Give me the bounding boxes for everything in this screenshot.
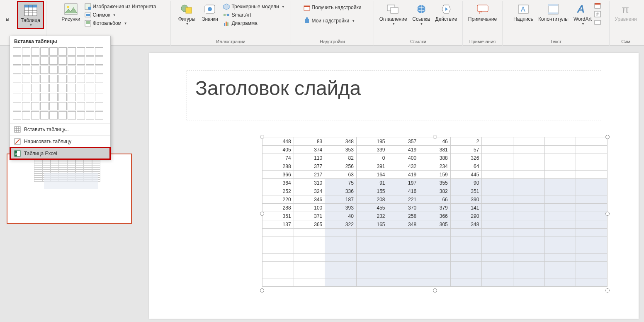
grid-cell[interactable] [49,84,58,92]
grid-cell[interactable] [13,56,21,65]
table-cell[interactable] [388,245,419,254]
grid-cell[interactable] [22,75,30,83]
table-cell[interactable]: 351 [262,212,294,220]
table-cell[interactable] [325,262,357,270]
table-cell[interactable] [576,220,608,229]
table-cell[interactable]: 393 [325,204,357,212]
grid-cell[interactable] [22,56,30,65]
table-cell[interactable]: 390 [450,195,482,204]
table-cell[interactable] [544,220,576,229]
table-cell[interactable] [262,262,294,270]
grid-cell[interactable] [68,66,76,74]
table-cell[interactable]: 448 [262,137,294,146]
slide-thumbnail[interactable] [7,154,132,224]
table-cell[interactable] [482,146,513,154]
table-cell[interactable] [544,146,576,154]
grid-cell[interactable] [49,75,58,83]
table-cell[interactable] [482,278,513,287]
zoom-button[interactable]: Оглавление ▼ [377,1,410,27]
table-cell[interactable]: 232 [356,212,388,220]
table-cell[interactable]: 258 [388,212,419,220]
table-cell[interactable]: 100 [294,204,325,212]
table-cell[interactable] [513,187,545,195]
table-cell[interactable] [544,171,576,179]
table-cell[interactable]: 165 [356,220,388,229]
grid-cell[interactable] [86,56,94,65]
grid-cell[interactable] [77,75,85,83]
table-cell[interactable]: 348 [325,137,357,146]
table-cell[interactable] [576,229,608,237]
table-cell[interactable] [544,179,576,187]
table-cell[interactable]: 405 [262,146,294,154]
grid-cell[interactable] [58,93,67,101]
grid-cell[interactable] [31,84,39,92]
table-cell[interactable]: 208 [356,195,388,204]
resize-handle-mr[interactable] [605,212,610,216]
resize-handle-tl[interactable] [260,135,264,139]
table-cell[interactable]: 366 [262,171,294,179]
table-cell[interactable]: 371 [294,212,325,220]
online-pictures-button[interactable]: Изображения из Интернета [83,2,158,11]
resize-handle-ml[interactable] [260,212,264,216]
grid-cell[interactable] [22,47,30,56]
table-cell[interactable] [325,237,357,245]
table-cell[interactable] [576,262,608,270]
grid-cell[interactable] [68,75,76,83]
grid-cell[interactable] [95,111,103,120]
grid-cell[interactable] [68,93,76,101]
table-cell[interactable]: 419 [388,146,419,154]
table-cell[interactable] [576,254,608,262]
table-cell[interactable] [388,254,419,262]
table-cell[interactable] [482,254,513,262]
table-cell[interactable] [325,270,357,278]
grid-cell[interactable] [58,66,67,74]
table-cell[interactable]: 391 [356,162,388,171]
table-cell[interactable] [482,245,513,254]
table-cell[interactable] [262,245,294,254]
table-cell[interactable]: 137 [262,220,294,229]
table-cell[interactable] [513,179,545,187]
table-cell[interactable]: 220 [262,195,294,204]
object-icon[interactable] [594,19,601,26]
table-cell[interactable]: 416 [388,187,419,195]
grid-cell[interactable] [58,111,67,120]
grid-cell[interactable] [68,84,76,92]
table-cell[interactable]: 63 [325,171,357,179]
table-cell[interactable] [544,204,576,212]
grid-cell[interactable] [58,75,67,83]
table-cell[interactable] [450,270,482,278]
table-cell[interactable] [419,262,451,270]
table-cell[interactable] [262,254,294,262]
table-cell[interactable]: 64 [450,162,482,171]
table-cell[interactable]: 74 [262,154,294,162]
grid-cell[interactable] [77,56,85,65]
grid-cell[interactable] [22,66,30,74]
table-cell[interactable] [513,262,545,270]
table-cell[interactable]: 346 [294,195,325,204]
table-cell[interactable]: 164 [356,171,388,179]
table-cell[interactable] [262,229,294,237]
grid-cell[interactable] [95,84,103,92]
table-cell[interactable] [544,162,576,171]
grid-cell[interactable] [31,56,39,65]
grid-cell[interactable] [49,111,58,120]
table-cell[interactable] [576,146,608,154]
table-cell[interactable] [513,254,545,262]
table-cell[interactable] [482,220,513,229]
grid-cell[interactable] [86,102,94,110]
grid-cell[interactable] [77,102,85,110]
table-cell[interactable] [513,162,545,171]
table-cell[interactable] [513,229,545,237]
table-cell[interactable]: 364 [262,179,294,187]
table-cell[interactable]: 322 [325,220,357,229]
grid-cell[interactable] [40,47,49,56]
table-cell[interactable]: 370 [388,204,419,212]
table-cell[interactable]: 110 [294,154,325,162]
table-cell[interactable] [544,187,576,195]
grid-cell[interactable] [95,56,103,65]
table-cell[interactable] [576,162,608,171]
table-cell[interactable]: 348 [388,220,419,229]
table-cell[interactable]: 155 [356,187,388,195]
table-cell[interactable] [576,278,608,287]
table-cell[interactable]: 353 [325,146,357,154]
